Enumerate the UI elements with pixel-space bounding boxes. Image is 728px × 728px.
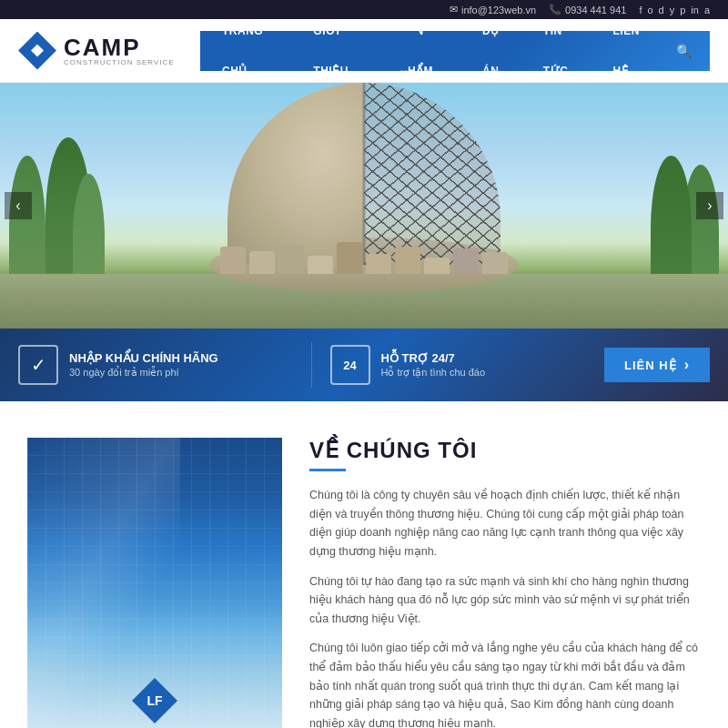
about-title: VỀ CHÚNG TÔI [309, 438, 701, 463]
hero-section: ‹ › [0, 83, 728, 329]
nav-item-about[interactable]: GIỚI THIỆU [300, 11, 387, 91]
arrow-icon: › [684, 357, 690, 373]
feature-text-2: HỖ TRỢ 24/7 Hỗ trợ tận tình chu đáo [381, 351, 486, 379]
feature-bar: ✓ NHẬP KHẨU CHÍNH HÃNG 30 ngày đổi trả m… [0, 329, 728, 401]
feature-icon-2: 24 [330, 345, 370, 385]
search-icon[interactable]: 🔍 [676, 44, 692, 58]
about-section: LF LF GUOUP XUZHOU LF ENGINEERING & CONS… [0, 401, 728, 728]
feature-item-2: 24 HỖ TRỢ 24/7 Hỗ trợ tận tình chu đáo [330, 345, 605, 385]
social-youtube[interactable]: y [670, 5, 675, 15]
social-linkedin[interactable]: in [691, 5, 699, 15]
nav-item-projects[interactable]: DỰ ÁN [470, 11, 531, 91]
building-overlay: LF LF GUOUP XUZHOU LF ENGINEERING & CONS… [27, 678, 282, 728]
nav-item-products[interactable]: SẢN PHẨM [387, 11, 470, 91]
feature-item-1: ✓ NHẬP KHẨU CHÍNH HÃNG 30 ngày đổi trả m… [18, 345, 293, 385]
social-pinterest[interactable]: p [680, 5, 685, 15]
logo: CAMP CONSTRUCTION SERVICE [18, 32, 200, 70]
about-image: LF LF GUOUP XUZHOU LF ENGINEERING & CONS… [27, 438, 282, 728]
nav-item-news[interactable]: TIN TỨC [531, 11, 601, 91]
about-para-1: Chúng tôi là công ty chuyên sâu về hoạch… [309, 486, 701, 561]
hero-image [0, 83, 728, 329]
main-nav: TRANG CHỦ GIỚI THIỆU SẢN PHẨM DỰ ÁN TIN … [200, 31, 710, 71]
title-underline [309, 469, 346, 471]
nav-item-home[interactable]: TRANG CHỦ [209, 11, 300, 91]
building-logo: LF LF GUOUP XUZHOU LF ENGINEERING & CONS… [27, 678, 282, 728]
logo-name: CAMP [64, 35, 175, 59]
nav-item-contact[interactable]: LIÊN HỆ [601, 11, 669, 91]
feature-divider [311, 342, 312, 388]
hero-next-button[interactable]: › [696, 192, 723, 219]
logo-icon [18, 32, 56, 70]
feature-text-1: NHẬP KHẨU CHÍNH HÃNG 30 ngày đổi trả miễ… [69, 351, 218, 379]
building-photo: LF LF GUOUP XUZHOU LF ENGINEERING & CONS… [27, 438, 282, 728]
about-content: VỀ CHÚNG TÔI Chúng tôi là công ty chuyên… [309, 438, 701, 728]
about-para-3: Chúng tôi luôn giao tiếp cởi mở và lắng … [309, 639, 701, 728]
contact-button[interactable]: LIÊN HỆ › [604, 348, 710, 382]
about-para-2: Chúng tôi tự hào đang tạo ra sức mạnh và… [309, 572, 701, 629]
logo-text: CAMP CONSTRUCTION SERVICE [64, 35, 175, 66]
lf-icon: LF [132, 678, 177, 723]
header: CAMP CONSTRUCTION SERVICE TRANG CHỦ GIỚI… [0, 19, 728, 83]
hero-prev-button[interactable]: ‹ [5, 192, 32, 219]
feature-icon-1: ✓ [18, 345, 58, 385]
logo-sub: CONSTRUCTION SERVICE [64, 59, 175, 66]
social-other[interactable]: a [704, 5, 710, 15]
